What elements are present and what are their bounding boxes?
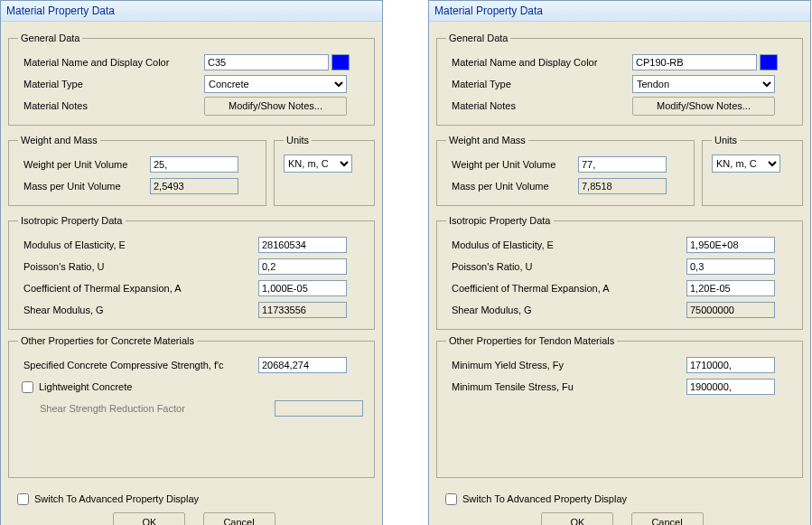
mpuv-label: Mass per Unit Volume — [18, 181, 150, 192]
material-name-label: Material Name and Display Color — [446, 57, 632, 68]
material-name-label: Material Name and Display Color — [18, 57, 204, 68]
e-input[interactable] — [258, 237, 347, 253]
wpuv-label: Weight per Unit Volume — [446, 159, 578, 170]
material-dialog-concrete: Material Property Data General Data Mate… — [0, 0, 383, 525]
advanced-label: Switch To Advanced Property Display — [462, 493, 627, 504]
material-notes-label: Material Notes — [18, 100, 204, 111]
units-group: Units KN, m, C — [274, 135, 375, 206]
mpuv-label: Mass per Unit Volume — [446, 181, 578, 192]
a-input[interactable] — [686, 280, 775, 296]
isotropic-group: Isotropic Property Data Modulus of Elast… — [436, 215, 803, 330]
a-input[interactable] — [258, 280, 347, 296]
mpuv-input — [150, 178, 238, 194]
advanced-checkbox[interactable] — [17, 493, 29, 505]
u-label: Poisson's Ratio, U — [18, 261, 258, 272]
advanced-checkbox[interactable] — [445, 493, 457, 505]
material-type-label: Material Type — [446, 79, 632, 89]
color-swatch[interactable] — [331, 54, 350, 70]
material-type-label: Material Type — [18, 79, 204, 89]
fu-label: Minimum Tensile Stress, Fu — [446, 381, 686, 392]
weight-legend: Weight and Mass — [18, 135, 100, 145]
weight-legend: Weight and Mass — [446, 135, 528, 145]
modify-notes-button[interactable]: Modify/Show Notes... — [632, 97, 775, 116]
ssrf-label: Shear Strength Reduction Factor — [18, 403, 275, 414]
general-legend: General Data — [446, 33, 510, 43]
u-input[interactable] — [686, 258, 775, 275]
units-legend: Units — [712, 135, 740, 145]
e-label: Modulus of Elasticity, E — [446, 239, 686, 250]
mpuv-input — [578, 178, 667, 194]
fy-input[interactable] — [686, 357, 775, 373]
modify-notes-button[interactable]: Modify/Show Notes... — [204, 97, 347, 116]
a-label: Coefficient of Thermal Expansion, A — [18, 283, 258, 294]
units-group: Units KN, m, C — [702, 135, 803, 206]
g-label: Shear Modulus, G — [446, 305, 686, 315]
wpuv-label: Weight per Unit Volume — [18, 159, 150, 170]
title-bar: Material Property Data — [429, 1, 810, 22]
fc-label: Specified Concrete Compressive Strength,… — [18, 360, 258, 370]
advanced-label: Switch To Advanced Property Display — [34, 493, 199, 504]
g-input — [258, 302, 347, 318]
color-swatch[interactable] — [760, 54, 778, 70]
title-bar: Material Property Data — [1, 1, 382, 22]
wpuv-input[interactable] — [578, 156, 667, 173]
u-label: Poisson's Ratio, U — [446, 261, 686, 272]
material-type-select[interactable]: Tendon — [632, 75, 775, 93]
e-label: Modulus of Elasticity, E — [18, 239, 258, 250]
cancel-button[interactable]: Cancel — [203, 512, 275, 525]
general-data-group: General Data Material Name and Display C… — [8, 33, 375, 126]
u-input[interactable] — [258, 258, 347, 275]
material-notes-label: Material Notes — [446, 100, 632, 111]
fc-input[interactable] — [258, 357, 347, 373]
units-legend: Units — [284, 135, 312, 145]
g-label: Shear Modulus, G — [18, 305, 258, 315]
material-name-input[interactable] — [632, 54, 757, 70]
other-legend: Other Properties for Concrete Materials — [18, 335, 197, 346]
e-input[interactable] — [686, 237, 775, 253]
material-name-input[interactable] — [204, 54, 329, 70]
units-select[interactable]: KN, m, C — [284, 155, 352, 173]
fy-label: Minimum Yield Stress, Fy — [446, 360, 686, 370]
other-legend: Other Properties for Tendon Materials — [446, 335, 617, 346]
material-type-select[interactable]: Concrete — [204, 75, 347, 93]
cancel-button[interactable]: Cancel — [631, 512, 704, 525]
ssrf-input — [275, 400, 363, 417]
other-properties-group: Other Properties for Concrete Materials … — [8, 335, 375, 478]
lightweight-checkbox[interactable] — [22, 381, 33, 393]
units-select[interactable]: KN, m, C — [712, 155, 780, 173]
fu-input[interactable] — [686, 379, 775, 395]
weight-mass-group: Weight and Mass Weight per Unit Volume M… — [8, 135, 266, 206]
wpuv-input[interactable] — [150, 156, 238, 173]
ok-button[interactable]: OK — [541, 512, 613, 525]
g-input — [686, 302, 775, 318]
material-dialog-tendon: Material Property Data General Data Mate… — [428, 0, 811, 525]
weight-mass-group: Weight and Mass Weight per Unit Volume M… — [436, 135, 695, 206]
general-legend: General Data — [18, 33, 82, 43]
ok-button[interactable]: OK — [113, 512, 185, 525]
isotropic-group: Isotropic Property Data Modulus of Elast… — [8, 215, 375, 330]
iso-legend: Isotropic Property Data — [446, 215, 554, 226]
other-properties-group: Other Properties for Tendon Materials Mi… — [436, 335, 803, 478]
iso-legend: Isotropic Property Data — [18, 215, 126, 226]
a-label: Coefficient of Thermal Expansion, A — [446, 283, 686, 294]
general-data-group: General Data Material Name and Display C… — [436, 33, 803, 126]
lightweight-label: Lightweight Concrete — [39, 381, 132, 392]
